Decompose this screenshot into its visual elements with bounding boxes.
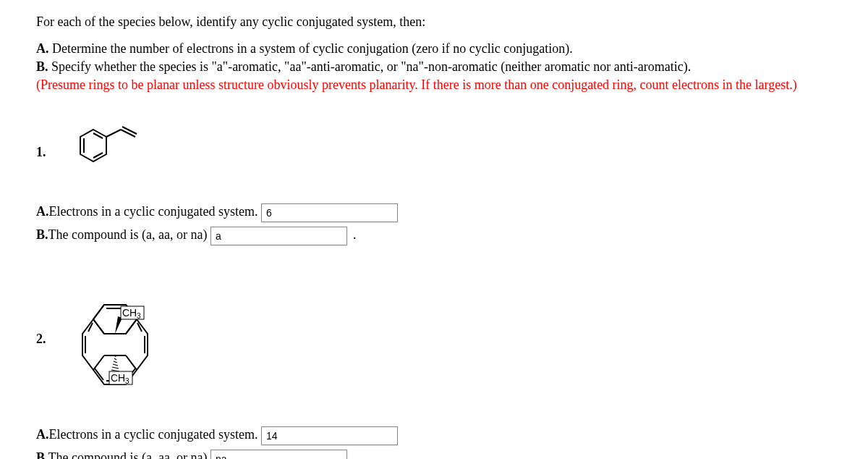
svg-line-6 — [122, 127, 137, 134]
svg-line-14 — [126, 355, 137, 370]
svg-text:3: 3 — [137, 312, 141, 320]
answer-a-label: A. — [36, 204, 49, 219]
svg-line-28 — [113, 364, 118, 366]
svg-line-15 — [93, 355, 104, 370]
answer-a-input-1[interactable] — [261, 203, 398, 222]
answer-b-text: The compound is (a, aa, or na) — [48, 227, 208, 242]
structure-2: CH 3 CH 3 — [64, 274, 195, 405]
svg-line-29 — [112, 367, 119, 369]
problem-1-answer-b: B.The compound is (a, aa, or na) . — [36, 227, 832, 245]
answer-b-label-2: B. — [36, 450, 48, 459]
answer-b-input-1[interactable] — [210, 227, 347, 245]
intro-text: For each of the species below, identify … — [36, 14, 832, 30]
svg-line-26 — [114, 358, 116, 360]
answer-a-text: Electrons in a cyclic conjugated system. — [49, 204, 258, 219]
part-b-text: Specify whether the species is "a"-aroma… — [48, 59, 692, 74]
answer-a-input-2[interactable] — [261, 426, 398, 445]
answer-b-input-2[interactable] — [210, 450, 347, 459]
part-a-label: A. — [36, 41, 49, 56]
answer-b-label: B. — [36, 227, 48, 242]
part-a-line: A. Determine the number of electrons in … — [36, 40, 832, 58]
problem-1-number: 1. — [36, 145, 46, 160]
problem-2-number: 2. — [36, 332, 46, 347]
answer-a-label-2: A. — [36, 427, 49, 442]
structure-1 — [64, 124, 166, 182]
answer-b-text-2: The compound is (a, aa, or na) — [48, 450, 208, 459]
svg-text:CH: CH — [111, 372, 125, 384]
period: . — [353, 227, 357, 242]
part-b-label: B. — [36, 59, 48, 74]
period-2: . — [353, 450, 357, 459]
svg-line-12 — [126, 319, 137, 334]
part-b-line: B. Specify whether the species is "a"-ar… — [36, 58, 832, 76]
problem-1-row: 1. — [36, 124, 832, 182]
problem-1-block: 1. A.Electrons in a cyclic conjugated sy… — [36, 124, 832, 245]
problem-2-answer-a: A.Electrons in a cyclic conjugated syste… — [36, 426, 832, 445]
problem-2-block: 2. — [36, 274, 832, 459]
svg-text:3: 3 — [125, 377, 129, 385]
svg-line-27 — [114, 361, 117, 363]
svg-line-5 — [121, 130, 135, 137]
svg-line-4 — [106, 130, 121, 137]
svg-line-13 — [93, 319, 104, 334]
problem-1-answer-a: A.Electrons in a cyclic conjugated syste… — [36, 203, 832, 222]
presume-text: (Presume rings to be planar unless struc… — [36, 76, 832, 94]
part-a-text: Determine the number of electrons in a s… — [49, 41, 573, 56]
answer-a-text-2: Electrons in a cyclic conjugated system. — [49, 427, 258, 442]
problem-2-answer-b: B.The compound is (a, aa, or na) . — [36, 450, 832, 459]
svg-text:CH: CH — [122, 307, 137, 319]
problem-2-row: 2. — [36, 274, 832, 405]
